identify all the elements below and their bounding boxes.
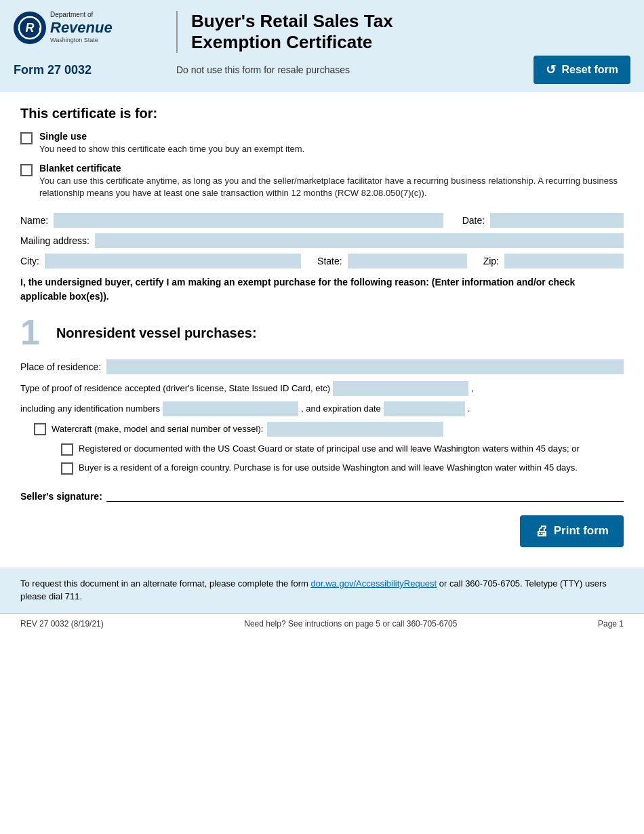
residence-input[interactable] [106,359,624,374]
single-use-title: Single use [39,131,304,142]
id-prefix: including any identification numbers [20,402,160,416]
foreign-text: Buyer is a resident of a foreign country… [79,461,578,475]
expiration-input[interactable] [384,401,465,416]
blanket-cert-content: Blanket certificate You can use this cer… [39,163,624,199]
title-area: Buyer's Retail Sales Tax Exemption Certi… [191,11,630,53]
print-btn-area: 🖨 Print form [20,515,624,547]
cert-heading: This certificate is for: [20,106,624,121]
section1: 1 Nonresident vessel purchases: Place of… [20,317,624,502]
name-date-row: Name: Date: [20,213,624,228]
reset-icon: ↺ [546,62,556,77]
id-suffix: . [468,402,470,416]
logo-text: Department of Revenue Washington State [50,11,113,44]
name-input[interactable] [54,213,443,228]
state-input[interactable] [348,254,467,269]
watercraft-checkbox[interactable] [34,423,46,435]
accessibility-link[interactable]: dor.wa.gov/AccessibilityRequest [311,578,437,589]
seller-sig-line [106,488,624,502]
foreign-checkbox[interactable] [61,462,73,475]
revenue-name: Revenue [50,19,113,37]
city-input[interactable] [45,254,301,269]
header-divider [176,11,178,53]
residence-row: Place of residence: [20,359,624,374]
blanket-cert-option: Blanket certificate You can use this cer… [20,163,624,199]
svg-text:R: R [26,21,35,35]
date-input[interactable] [490,213,624,228]
blanket-cert-desc: You can use this certificate anytime, as… [39,175,624,199]
section1-number: 1 [20,315,40,350]
residence-label: Place of residence: [20,361,101,372]
watercraft-label: Watercraft (make, model and serial numbe… [52,422,263,436]
watercraft-row: Watercraft (make, model and serial numbe… [34,422,624,437]
zip-label: Zip: [483,256,499,266]
form-number: Form 27 0032 [14,63,92,77]
state-name: Washington State [50,37,113,44]
footer-main: To request this document in an alternate… [0,568,644,613]
registered-row: Registered or documented with the US Coa… [61,442,624,456]
proof-row: Type of proof of residence accepted (dri… [20,381,624,396]
mailing-input[interactable] [95,233,624,248]
proof-label: Type of proof of residence accepted (dri… [20,382,330,396]
id-row: including any identification numbers , a… [20,401,624,416]
print-form-button[interactable]: 🖨 Print form [520,515,624,547]
registered-checkbox[interactable] [61,443,73,456]
form-title-line1: Buyer's Retail Sales Tax Exemption Certi… [191,11,630,53]
seller-sig-label: Seller's signature: [20,491,102,502]
blanket-cert-checkbox[interactable] [20,164,33,176]
single-use-option: Single use You need to show this certifi… [20,131,624,155]
help-text: Need help? See intructions on page 5 or … [244,619,457,629]
footer-bottom: REV 27 0032 (8/19/21) Need help? See int… [0,613,644,634]
state-label: State: [317,256,342,266]
section1-title-row: 1 Nonresident vessel purchases: [20,317,624,350]
blanket-cert-title: Blanket certificate [39,163,624,174]
reset-form-button[interactable]: ↺ Reset form [534,56,630,84]
id-number-input[interactable] [163,401,298,416]
revenue-logo-icon: R [14,12,46,44]
rev-info: REV 27 0032 (8/19/21) [20,619,104,629]
dept-line: Department of [50,11,113,19]
zip-input[interactable] [504,254,624,269]
section1-title-text: Nonresident vessel purchases: [56,325,257,341]
foreign-row: Buyer is a resident of a foreign country… [61,461,624,475]
cert-options: Single use You need to show this certifi… [20,131,624,199]
form-subtitle: Do not use this form for resale purchase… [176,64,350,75]
page-label: Page 1 [598,619,624,629]
seller-sig-row: Seller's signature: [20,488,624,502]
date-label: Date: [462,215,485,226]
single-use-content: Single use You need to show this certifi… [39,131,304,155]
single-use-desc: You need to show this certificate each t… [39,143,304,155]
proof-suffix: , [471,382,474,396]
name-label: Name: [20,215,48,226]
watercraft-input[interactable] [267,422,443,437]
single-use-checkbox[interactable] [20,132,33,144]
id-middle: , and expiration date [301,402,381,416]
logo-area: R Department of Revenue Washington State [14,11,163,53]
main-content: This certificate is for: Single use You … [0,92,644,568]
alt-format-text: To request this document in an alternate… [20,578,311,589]
mailing-row: Mailing address: [20,233,624,248]
city-label: City: [20,256,39,266]
mailing-label: Mailing address: [20,235,89,246]
print-icon: 🖨 [535,523,548,539]
registered-text: Registered or documented with the US Coa… [79,442,580,456]
proof-input[interactable] [333,381,468,396]
form-number-row: Form 27 0032 Do not use this form for re… [0,53,644,92]
city-state-zip-row: City: State: Zip: [20,254,624,269]
certify-text: I, the undersigned buyer, certify I am m… [20,275,624,304]
